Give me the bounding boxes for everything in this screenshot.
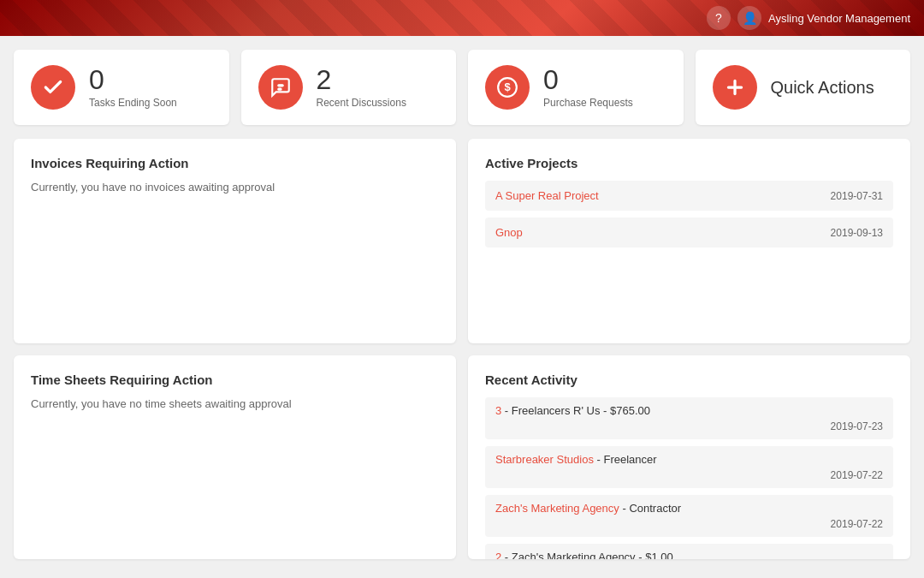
- activity-text: Zach's Marketing Agency - Contractor: [495, 502, 681, 515]
- stat-cards-row: 0 Tasks Ending Soon 2 Recent Discussions: [14, 50, 910, 125]
- svg-text:$: $: [504, 80, 511, 93]
- quick-actions-card[interactable]: Quick Actions: [696, 50, 911, 125]
- user-button[interactable]: 👤: [737, 6, 761, 30]
- user-icon: 👤: [743, 11, 757, 25]
- activity-date: 2019-07-22: [495, 469, 883, 481]
- purchases-info: 0 Purchase Requests: [543, 66, 633, 109]
- discussions-label: Recent Discussions: [317, 97, 406, 109]
- activity-date: 2019-07-22: [495, 518, 883, 530]
- activity-text: 2 - Zach's Marketing Agency - $1.00: [495, 551, 673, 560]
- left-panels: Invoices Requiring Action Currently, you…: [14, 139, 456, 559]
- activity-top: 2 - Zach's Marketing Agency - $1.00: [495, 551, 883, 560]
- timesheets-panel: Time Sheets Requiring Action Currently, …: [14, 355, 456, 560]
- invoices-panel: Invoices Requiring Action Currently, you…: [14, 139, 456, 343]
- activity-date: 2019-07-23: [495, 420, 883, 432]
- svg-rect-0: [277, 85, 283, 86]
- discussions-info: 2 Recent Discussions: [317, 66, 406, 109]
- tasks-count: 0: [89, 66, 177, 93]
- active-projects-panel: Active Projects A Super Real Project 201…: [468, 139, 910, 343]
- quick-actions-label: Quick Actions: [771, 78, 874, 98]
- discussions-icon: [258, 65, 303, 110]
- activity-item: Zach's Marketing Agency - Contractor 201…: [485, 495, 893, 537]
- help-icon: ?: [715, 11, 722, 25]
- activity-item: 2 - Zach's Marketing Agency - $1.00 2019…: [485, 544, 893, 560]
- tasks-card[interactable]: 0 Tasks Ending Soon: [14, 50, 229, 125]
- quick-actions-icon: [713, 65, 757, 110]
- project-date: 2019-09-13: [831, 227, 883, 239]
- activity-item: 3 - Freelancers R' Us - $765.00 2019-07-…: [485, 397, 893, 439]
- activity-link[interactable]: Zach's Marketing Agency: [495, 502, 619, 515]
- app-header: ? 👤 Aysling Vendor Management: [0, 0, 924, 36]
- project-date: 2019-07-31: [831, 190, 883, 202]
- tasks-info: 0 Tasks Ending Soon: [89, 66, 177, 109]
- project-link[interactable]: A Super Real Project: [495, 189, 599, 202]
- purchases-label: Purchase Requests: [543, 97, 633, 109]
- activity-item: Starbreaker Studios - Freelancer 2019-07…: [485, 446, 893, 488]
- discussions-count: 2: [317, 66, 406, 93]
- activity-top: 3 - Freelancers R' Us - $765.00: [495, 404, 883, 417]
- activity-list: 3 - Freelancers R' Us - $765.00 2019-07-…: [485, 397, 893, 560]
- app-title: Aysling Vendor Management: [768, 12, 910, 25]
- activity-text: 3 - Freelancers R' Us - $765.00: [495, 404, 650, 417]
- recent-activity-title: Recent Activity: [485, 372, 893, 387]
- project-item[interactable]: Gnop 2019-09-13: [485, 217, 893, 247]
- main-content: 0 Tasks Ending Soon 2 Recent Discussions: [0, 36, 924, 578]
- activity-link[interactable]: Starbreaker Studios: [495, 453, 594, 466]
- invoices-panel-title: Invoices Requiring Action: [31, 156, 439, 170]
- active-projects-title: Active Projects: [485, 156, 893, 170]
- timesheets-empty-msg: Currently, you have no time sheets await…: [31, 397, 439, 410]
- activity-link[interactable]: 2: [495, 551, 501, 560]
- activity-text: Starbreaker Studios - Freelancer: [495, 453, 657, 466]
- purchases-count: 0: [543, 66, 633, 93]
- project-item[interactable]: A Super Real Project 2019-07-31: [485, 181, 893, 211]
- tasks-label: Tasks Ending Soon: [89, 97, 177, 109]
- svg-rect-1: [277, 88, 281, 90]
- invoices-empty-msg: Currently, you have no invoices awaiting…: [31, 181, 439, 194]
- tasks-icon: [31, 65, 75, 110]
- header-icons: ? 👤 Aysling Vendor Management: [707, 6, 910, 30]
- project-link[interactable]: Gnop: [495, 226, 523, 239]
- right-panels: Active Projects A Super Real Project 201…: [468, 139, 910, 559]
- panels-row: Invoices Requiring Action Currently, you…: [14, 139, 910, 559]
- activity-link[interactable]: 3: [495, 404, 501, 417]
- projects-list: A Super Real Project 2019-07-31 Gnop 201…: [485, 181, 893, 247]
- timesheets-panel-title: Time Sheets Requiring Action: [31, 372, 439, 387]
- purchases-icon: $: [485, 65, 530, 110]
- activity-top: Starbreaker Studios - Freelancer: [495, 453, 883, 466]
- recent-activity-panel: Recent Activity 3 - Freelancers R' Us - …: [468, 355, 910, 560]
- purchases-card[interactable]: $ 0 Purchase Requests: [468, 50, 684, 125]
- activity-top: Zach's Marketing Agency - Contractor: [495, 502, 883, 515]
- discussions-card[interactable]: 2 Recent Discussions: [241, 50, 457, 125]
- help-button[interactable]: ?: [707, 6, 731, 30]
